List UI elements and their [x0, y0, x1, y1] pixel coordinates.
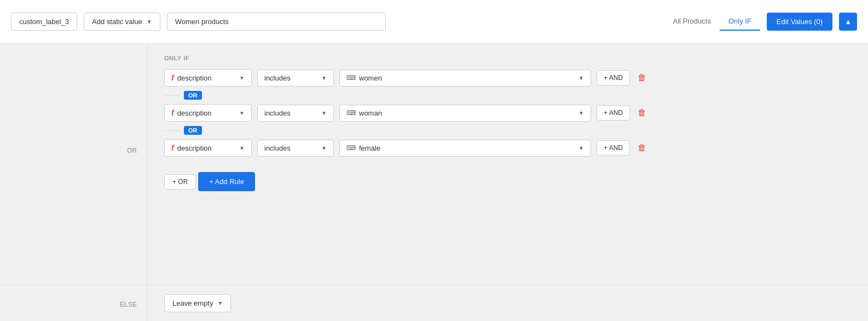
kbd-icon-3: ⌨ — [346, 144, 356, 152]
else-section-wrapper: ELSE Leave empty ▼ — [0, 285, 868, 321]
value-arrow-1: ▼ — [578, 75, 584, 81]
top-bar: custom_label_3 Add static value ▼ All Pr… — [0, 0, 868, 44]
value-label-3: female — [359, 144, 380, 152]
or-label: OR — [127, 142, 148, 159]
value-select-2[interactable]: ⌨ woman ▼ — [339, 105, 591, 122]
value-select-1[interactable]: ⌨ women ▼ — [339, 70, 591, 87]
field-arrow-1: ▼ — [239, 75, 245, 81]
add-static-value-dropdown[interactable]: Add static value ▼ — [84, 13, 160, 31]
or-line-2 — [164, 130, 181, 131]
condition-label-2: includes — [264, 109, 291, 117]
else-sidebar-line — [147, 285, 148, 321]
expand-button[interactable]: ▲ — [839, 13, 857, 31]
leave-empty-arrow: ▼ — [217, 300, 223, 306]
else-sidebar: ELSE — [0, 285, 148, 321]
only-if-label: ONLY IF — [164, 55, 852, 61]
kbd-icon-1: ⌨ — [346, 74, 356, 82]
or-badge-1: OR — [184, 91, 202, 100]
value-select-3[interactable]: ⌨ female ▼ — [339, 140, 591, 157]
delete-icon-1: 🗑 — [638, 73, 646, 82]
main-layout: OR ONLY IF f description ▼ includes ▼ ⌨ — [0, 44, 868, 321]
field-arrow-2: ▼ — [239, 110, 245, 116]
value-input[interactable] — [167, 13, 386, 31]
value-arrow-3: ▼ — [578, 145, 584, 151]
sidebar-line — [147, 44, 148, 285]
condition-arrow-3: ▼ — [321, 145, 327, 151]
middle-section: OR ONLY IF f description ▼ includes ▼ ⌨ — [0, 44, 868, 285]
delete-icon-3: 🗑 — [638, 143, 646, 152]
kbd-icon-2: ⌨ — [346, 109, 356, 117]
field-select-1[interactable]: f description ▼ — [164, 69, 252, 87]
field-select-3[interactable]: f description ▼ — [164, 139, 252, 157]
condition-label-1: includes — [264, 74, 291, 82]
field-icon-1: f — [171, 73, 174, 82]
condition-arrow-2: ▼ — [321, 110, 327, 116]
or-badge-2: OR — [184, 126, 202, 135]
and-button-1[interactable]: + AND — [597, 70, 630, 85]
add-static-value-label: Add static value — [92, 18, 142, 26]
field-select-2[interactable]: f description ▼ — [164, 104, 252, 122]
tab-all-products[interactable]: All Products — [664, 13, 720, 31]
tab-only-if[interactable]: Only IF — [720, 13, 760, 31]
field-icon-2: f — [171, 108, 174, 117]
and-button-3[interactable]: + AND — [597, 140, 630, 156]
rule-row-1: f description ▼ includes ▼ ⌨ women ▼ + A… — [164, 69, 852, 87]
else-label: ELSE — [120, 293, 148, 308]
delete-button-3[interactable]: 🗑 — [635, 141, 649, 155]
field-label-1: description — [177, 74, 212, 82]
delete-icon-2: 🗑 — [638, 108, 646, 117]
tab-group: All Products Only IF — [664, 13, 760, 31]
rule-row-2: f description ▼ includes ▼ ⌨ woman ▼ + A… — [164, 104, 852, 122]
condition-label-3: includes — [264, 144, 291, 152]
and-button-2[interactable]: + AND — [597, 105, 630, 121]
add-or-button[interactable]: + OR — [164, 174, 196, 190]
condition-arrow-1: ▼ — [321, 75, 327, 81]
field-label-2: description — [177, 109, 212, 117]
else-content: Leave empty ▼ — [148, 285, 247, 321]
delete-button-1[interactable]: 🗑 — [635, 71, 649, 85]
condition-select-3[interactable]: includes ▼ — [257, 140, 334, 157]
or-separator-2: OR — [164, 126, 852, 135]
condition-select-1[interactable]: includes ▼ — [257, 70, 334, 87]
add-rule-button[interactable]: + Add Rule — [198, 172, 255, 191]
leave-empty-dropdown[interactable]: Leave empty ▼ — [164, 294, 231, 312]
or-separator-1: OR — [164, 91, 852, 100]
left-sidebar: OR — [0, 44, 148, 285]
field-arrow-3: ▼ — [239, 145, 245, 151]
condition-select-2[interactable]: includes ▼ — [257, 105, 334, 122]
custom-label: custom_label_3 — [11, 13, 77, 31]
content-area: ONLY IF f description ▼ includes ▼ ⌨ wom… — [148, 44, 868, 285]
delete-button-2[interactable]: 🗑 — [635, 106, 649, 120]
leave-empty-label: Leave empty — [172, 299, 213, 307]
value-label-2: woman — [359, 109, 382, 117]
rule-row-3: f description ▼ includes ▼ ⌨ female ▼ + … — [164, 139, 852, 157]
or-line-1 — [164, 95, 181, 96]
field-icon-3: f — [171, 144, 174, 152]
field-label-3: description — [177, 144, 212, 152]
value-arrow-2: ▼ — [578, 110, 584, 116]
add-static-value-arrow: ▼ — [147, 19, 152, 25]
value-label-1: women — [359, 74, 382, 82]
edit-values-button[interactable]: Edit Values (0) — [767, 13, 832, 31]
